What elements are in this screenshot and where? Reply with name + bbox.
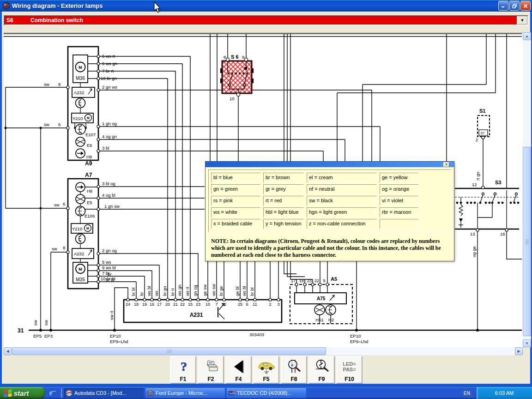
diagram-label: 2 gn ws (102, 85, 117, 90)
clock[interactable]: 6:03 AM (495, 390, 514, 396)
language-indicator[interactable]: EN (461, 390, 472, 397)
component-s1[interactable] (478, 115, 490, 139)
diagram-label: 5 ws rt (102, 54, 115, 59)
diagram-label: sw (54, 202, 60, 207)
f2-print-button[interactable]: F2 (198, 356, 224, 384)
f9-search-component-button[interactable]: F9 (308, 356, 335, 384)
wire-label: br gn (162, 286, 167, 296)
component-a231[interactable] (124, 300, 282, 322)
diagram-label: Y210 (73, 116, 83, 121)
connector-pin (135, 298, 138, 301)
colour-code-popup: x bl = bluebr = brownel = creamge = yell… (205, 161, 454, 261)
autodata-icon (66, 390, 73, 397)
system-tray: 6:03 AM (476, 387, 532, 399)
connector-pin (223, 298, 225, 301)
legend-cell: vi = violet (380, 196, 418, 206)
scroll-left-button[interactable]: ◀ (4, 347, 12, 355)
diagram-label: Y210 (72, 226, 82, 231)
legend-cell: rbr = maroon (380, 207, 418, 218)
f-key-label: F9 (318, 376, 325, 382)
legend-cell: ws = white (211, 207, 260, 218)
connector-pin (269, 298, 272, 301)
vertical-scroll-thumb[interactable] (523, 147, 531, 336)
selected-component: S6 Combination switch (5, 16, 517, 24)
pin-number: 24 (126, 302, 130, 307)
popup-close-button[interactable]: x (443, 162, 449, 167)
horizontal-scroll-thumb[interactable] (12, 347, 326, 355)
f10-led-pas-button[interactable]: LED= PAS= F10 (336, 356, 363, 384)
pin-number: 16 (150, 302, 154, 307)
diagram-label: 31 (18, 327, 24, 334)
connector-pin (254, 298, 256, 301)
wire-label: br bl (249, 288, 254, 296)
function-toolbar: ? F1 F2 F4 (170, 356, 364, 384)
diagram-label: A7 (85, 172, 92, 178)
pin-number: 6 (246, 302, 248, 307)
component-selector[interactable]: S6 Combination switch ▼ (4, 15, 528, 25)
window-title: Wiring diagram - Exterior lamps (12, 2, 497, 9)
diagram-label: 4 og gn (102, 134, 117, 139)
wire-label: ws bl (242, 286, 247, 296)
diagram-label: H9 (86, 154, 92, 159)
f-key-label: F4 (235, 376, 242, 382)
wire-label: ws rt (185, 287, 190, 296)
legend-cell: og = orange (380, 184, 418, 194)
component-s6-highlighted[interactable] (220, 58, 254, 97)
f-key-label: F8 (290, 376, 297, 382)
component-s3[interactable] (455, 186, 519, 231)
taskbar-separator (61, 388, 62, 398)
taskbar-task-autodata[interactable]: Autodata CD3 - [Mod... (64, 388, 144, 398)
f-key-label: F1 (180, 376, 186, 382)
diagram-label: 7 br rt (102, 68, 114, 73)
diagram-label: sw (43, 320, 48, 326)
component-name: Combination switch (30, 17, 83, 24)
f5-vehicle-button[interactable]: F5 (253, 356, 279, 384)
connector-pin (277, 298, 280, 301)
pin-number: 18 (134, 302, 139, 307)
taskbar-task-ford[interactable]: Ford Europe - Microc... (145, 388, 225, 398)
minimize-button[interactable] (498, 1, 508, 11)
horizontal-scrollbar[interactable]: ◀ ▶ (4, 347, 523, 355)
vertical-scrollbar[interactable]: ▲ ▼ (523, 32, 531, 347)
diagram-label: EP9=Lhd (350, 339, 368, 344)
selector-dropdown-button[interactable]: ▼ (517, 16, 527, 24)
ford-icon (147, 390, 154, 397)
diagram-label: M36 (76, 76, 85, 81)
diagram-label: sw (33, 320, 38, 326)
popup-title-bar[interactable]: x (206, 162, 454, 167)
f1-help-button[interactable]: ? F1 (170, 356, 196, 384)
component-a7[interactable] (66, 179, 100, 289)
wire-label: br bl (131, 288, 136, 296)
chevron-down-icon: ▼ (520, 18, 525, 23)
zoom-component-icon (314, 358, 330, 375)
connector-pin (303, 283, 306, 286)
start-button[interactable]: start (0, 387, 45, 399)
pin-number: 20 (165, 302, 170, 307)
legend-table-frame: bl = bluebr = brownel = creamge = yellow… (208, 169, 451, 232)
f8-search-wires-button[interactable]: a F8 (281, 356, 307, 384)
close-button[interactable] (520, 1, 531, 11)
diagram-label: H2 (328, 317, 334, 322)
f4-back-button[interactable]: F4 (225, 356, 252, 384)
legend-cell: br = brown (263, 173, 304, 183)
diagram-label: br bl (106, 277, 114, 282)
diagram-label: A9 (85, 160, 92, 167)
pin-number: 15 (188, 302, 193, 307)
diagram-label: E5 (87, 200, 92, 205)
component-code: S6 (6, 17, 30, 24)
scroll-down-button[interactable]: ▼ (523, 339, 531, 347)
connector-pin (206, 298, 209, 301)
wire-label: ws bl (146, 286, 151, 296)
diagram-label: E107 (85, 132, 96, 137)
taskbar-task-tecdoc[interactable]: TecDo TECDOC CD (4/2008)... (227, 388, 306, 398)
diagram-label: og ge (472, 246, 477, 257)
quick-launch-ie[interactable]: e (48, 388, 57, 398)
diagram-label: 9 ws gn (102, 61, 117, 66)
pin-number: 23 (307, 278, 312, 283)
scroll-up-button[interactable]: ▲ (523, 32, 531, 40)
connector-pin (151, 298, 153, 301)
diagram-label: EP3 (44, 333, 53, 339)
scroll-right-button[interactable]: ▶ (515, 347, 523, 355)
restore-button[interactable] (509, 1, 520, 11)
pin-number: 7 (215, 302, 218, 307)
